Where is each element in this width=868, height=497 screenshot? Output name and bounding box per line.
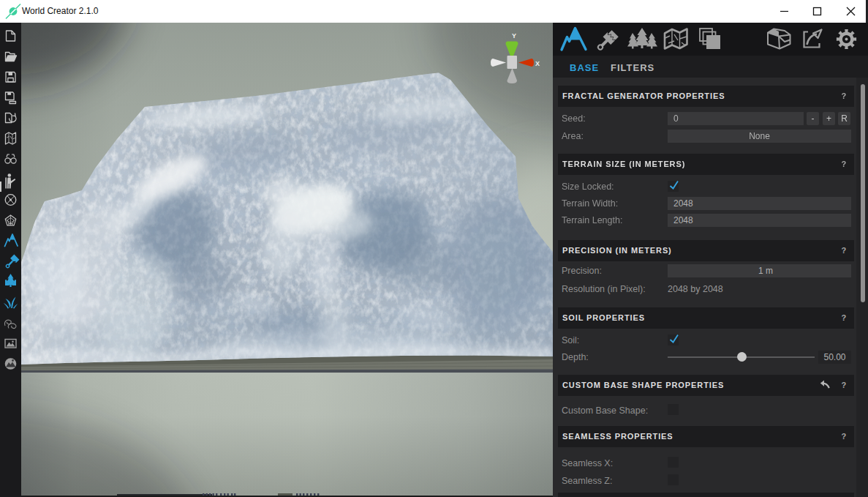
svg-text:X: X — [535, 60, 540, 67]
svg-text:Y: Y — [512, 32, 516, 40]
